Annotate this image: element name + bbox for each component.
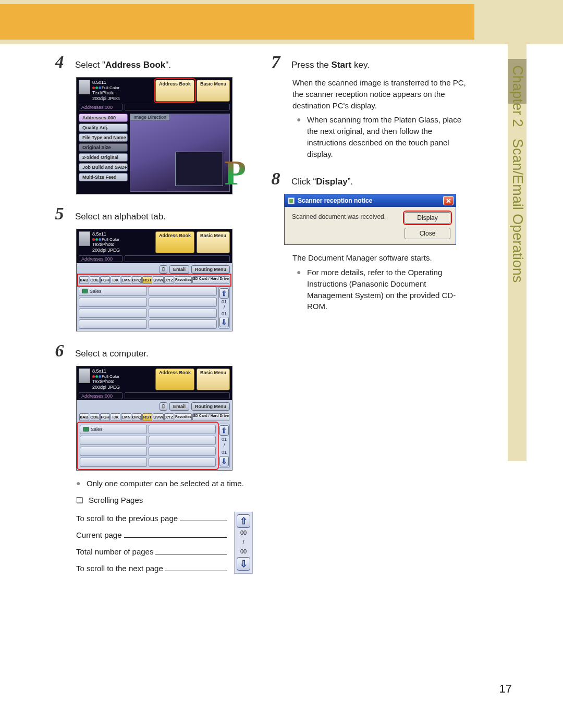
alpha-tab[interactable]: 0AB	[79, 276, 89, 284]
dialog-message: Scanned document was received.	[292, 212, 398, 239]
routing-menu-tab[interactable]: Routing Menu	[191, 402, 230, 411]
basic-menu-button[interactable]: Basic Menu	[197, 80, 230, 102]
doc-thumb-icon	[79, 80, 90, 94]
diag-label: To scroll to the next page	[76, 563, 163, 574]
checkbox-icon: ❏	[76, 495, 84, 506]
step-8: 8 Click “Display”. Scanner reception not…	[268, 169, 469, 312]
alpha-tab[interactable]: CDE	[90, 276, 100, 284]
image-preview: Image Direction P	[130, 114, 230, 192]
page-indicator-icon: ▯	[160, 265, 167, 274]
scroll-down-icon: ⇩	[237, 557, 250, 571]
alpha-tab[interactable]: IJK	[111, 413, 120, 421]
alpha-tab[interactable]: FGH	[100, 413, 110, 421]
step-instruction: Press the Start key.	[291, 59, 370, 71]
alpha-tab-selected[interactable]: RST	[142, 276, 152, 284]
close-icon[interactable]: ✕	[443, 196, 454, 205]
addresses-button[interactable]: Addresses:000	[79, 114, 128, 122]
step-number: 6	[52, 341, 67, 361]
favorites-tab[interactable]: Favorites	[175, 413, 192, 421]
list-item[interactable]	[149, 425, 216, 434]
address-book-button[interactable]: Address Book	[155, 80, 194, 102]
preview-monitor-icon	[175, 152, 223, 186]
sdcard-tab[interactable]: SD Card / Hard Drive	[192, 413, 229, 421]
alpha-tab[interactable]: UVW	[153, 276, 164, 284]
alpha-tabs: 0AB CDE FGH IJK LMN OPQ RST UVW XYZ Favo…	[79, 275, 230, 285]
alpha-tab[interactable]: LMN	[121, 413, 131, 421]
body-text: The Document Manager software starts.	[292, 252, 469, 264]
quality-adj-button[interactable]: Quality Adj.	[79, 124, 128, 132]
body-text: When the scanned image is transferred to…	[292, 77, 469, 111]
original-size-button[interactable]: Original Size	[79, 143, 128, 152]
list-item[interactable]	[149, 458, 216, 467]
diag-label: To scroll to the previous page	[76, 513, 178, 524]
job-build-button[interactable]: Job Build and SADF	[79, 163, 128, 171]
sdcard-tab[interactable]: SD Card / Hard Drive	[192, 276, 229, 284]
scroll-column: ⇧ 01 / 01 ⇩	[218, 287, 230, 329]
pc-icon	[83, 427, 89, 431]
list-item[interactable]: Sales	[80, 425, 147, 434]
step-5: 5 Select an alphabet tab. 8.5x11 Full Co…	[52, 204, 253, 331]
address-book-button[interactable]: Address Book	[155, 231, 194, 253]
list-item[interactable]	[79, 319, 147, 329]
alpha-tab[interactable]: 0AB	[79, 413, 89, 421]
email-tab[interactable]: Email	[169, 265, 189, 274]
multi-size-button[interactable]: Multi-Size Feed	[79, 173, 128, 181]
scroll-up-button[interactable]: ⇧	[219, 425, 229, 436]
list-item[interactable]	[149, 309, 217, 318]
alpha-tab[interactable]: OPQ	[132, 276, 142, 284]
two-sided-button[interactable]: 2-Sided Original	[79, 153, 128, 162]
page-content: 4 Select "Address Book". 8.5x11 Full Col…	[52, 52, 469, 583]
favorites-tab[interactable]: Favorites	[175, 276, 192, 284]
list-item[interactable]	[79, 309, 147, 318]
addresses-counter: Addresses:000	[79, 104, 123, 110]
alpha-tab[interactable]: XYZ	[164, 413, 174, 421]
alpha-tab[interactable]: CDE	[90, 413, 100, 421]
display-button[interactable]: Display	[405, 212, 450, 224]
right-column: 7 Press the Start key. When the scanned …	[268, 52, 469, 583]
screenshot-alpha-tabs: 8.5x11 Full Color Text/Photo 200dpi JPEG…	[76, 229, 253, 331]
scroll-up-button[interactable]: ⇧	[219, 288, 229, 299]
diag-sep: /	[242, 538, 244, 547]
scroll-column: ⇧ 01 / 01 ⇩	[218, 424, 230, 468]
screenshot-scanner-dialog: Scanner reception notice ✕ Scanned docum…	[284, 194, 469, 245]
list-item[interactable]	[80, 436, 147, 445]
address-book-button[interactable]: Address Book	[155, 368, 194, 390]
step-instruction: Click “Display”.	[291, 176, 353, 188]
step-number: 5	[52, 204, 67, 224]
list-item[interactable]: Sales	[79, 287, 147, 296]
page-sep: /	[224, 305, 225, 310]
email-tab[interactable]: Email	[169, 402, 189, 411]
scroll-down-button[interactable]: ⇩	[219, 456, 229, 466]
address-field	[125, 104, 230, 110]
basic-menu-button[interactable]: Basic Menu	[197, 368, 230, 390]
screenshot-select-computer: 8.5x11 Full Color Text/Photo 200dpi JPEG…	[76, 366, 253, 471]
list-item[interactable]	[80, 458, 147, 467]
alpha-tab[interactable]: LMN	[121, 276, 131, 284]
list-item[interactable]	[149, 447, 216, 456]
step-instruction: Select an alphabet tab.	[75, 211, 166, 223]
file-type-button[interactable]: File Type and Name	[79, 133, 128, 142]
list-item[interactable]	[149, 298, 217, 307]
page-total: 01	[222, 450, 227, 455]
diag-label: Current page	[76, 529, 122, 541]
chapter-tab-text: Chapter 2 Scan/Email Operations	[509, 65, 525, 282]
list-item[interactable]	[149, 319, 217, 329]
alpha-tab[interactable]: XYZ	[164, 276, 174, 284]
list-item[interactable]	[79, 298, 147, 307]
scroll-down-button[interactable]: ⇩	[219, 317, 229, 327]
alpha-tab[interactable]: UVW	[153, 413, 164, 421]
alpha-tab[interactable]: IJK	[111, 276, 120, 284]
alpha-tab-selected[interactable]: RST	[142, 413, 152, 421]
alpha-tab[interactable]: FGH	[100, 276, 110, 284]
scan-settings: 8.5x11 Full Color Text/Photo 200dpi JPEG	[92, 368, 120, 390]
list-item[interactable]	[149, 287, 217, 296]
list-item[interactable]	[80, 447, 147, 456]
close-button[interactable]: Close	[405, 228, 450, 239]
alpha-tab[interactable]: OPQ	[132, 413, 142, 421]
page-total: 01	[222, 311, 227, 316]
list-item[interactable]	[149, 436, 216, 445]
note-text: For more details, refer to the Operating…	[307, 267, 469, 312]
basic-menu-button[interactable]: Basic Menu	[197, 231, 230, 253]
routing-menu-tab[interactable]: Routing Menu	[191, 265, 230, 274]
note-text: Only one computer can be selected at a t…	[87, 478, 244, 489]
